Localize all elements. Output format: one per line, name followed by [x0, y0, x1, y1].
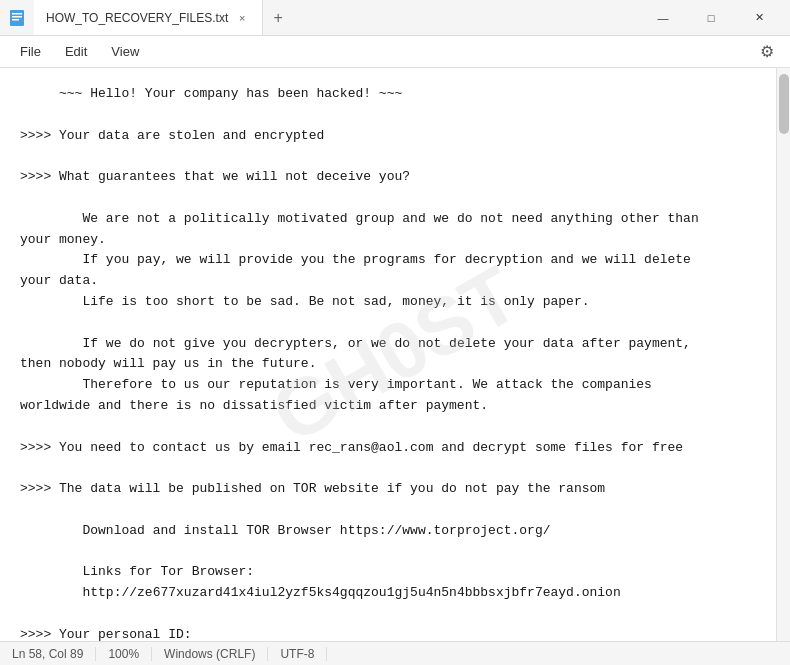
svg-rect-3: [12, 19, 19, 21]
cursor-position: Ln 58, Col 89: [12, 647, 96, 661]
active-tab[interactable]: HOW_TO_RECOVERY_FILES.txt ×: [34, 0, 263, 35]
svg-rect-0: [10, 10, 24, 26]
status-bar: Ln 58, Col 89 100% Windows (CRLF) UTF-8: [0, 641, 790, 665]
svg-rect-2: [12, 16, 22, 18]
menu-bar: File Edit View ⚙: [0, 36, 790, 68]
encoding: UTF-8: [268, 647, 327, 661]
minimize-button[interactable]: —: [640, 3, 686, 33]
scrollbar-thumb[interactable]: [779, 74, 789, 134]
menu-view[interactable]: View: [99, 40, 151, 63]
vertical-scrollbar[interactable]: [776, 68, 790, 641]
new-tab-button[interactable]: +: [263, 0, 293, 35]
editor-container: GH0ST ~~~ Hello! Your company has been h…: [0, 68, 790, 641]
tab-close-button[interactable]: ×: [234, 10, 250, 26]
title-bar: HOW_TO_RECOVERY_FILES.txt × + — □ ✕: [0, 0, 790, 36]
tab-title: HOW_TO_RECOVERY_FILES.txt: [46, 11, 228, 25]
editor-content[interactable]: ~~~ Hello! Your company has been hacked!…: [0, 68, 776, 641]
menu-edit[interactable]: Edit: [53, 40, 99, 63]
tabs-area: HOW_TO_RECOVERY_FILES.txt × +: [34, 0, 632, 35]
settings-icon[interactable]: ⚙: [752, 38, 782, 65]
svg-rect-1: [12, 13, 22, 15]
zoom-level: 100%: [96, 647, 152, 661]
app-icon: [8, 9, 26, 27]
menu-file[interactable]: File: [8, 40, 53, 63]
line-ending: Windows (CRLF): [152, 647, 268, 661]
maximize-button[interactable]: □: [688, 3, 734, 33]
close-button[interactable]: ✕: [736, 3, 782, 33]
window-controls: — □ ✕: [640, 3, 782, 33]
